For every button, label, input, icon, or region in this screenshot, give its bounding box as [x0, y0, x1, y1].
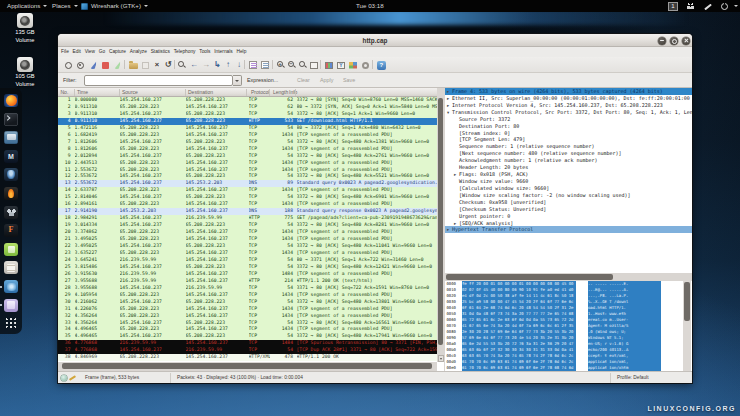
- maximize-button[interactable]: [670, 37, 678, 45]
- hex-row-00e0[interactable]: 00e061 70 70 6c 69 63 61 74 69 6f 6e 2f …: [445, 365, 692, 371]
- capture-filters-button[interactable]: [360, 60, 370, 70]
- menu-go[interactable]: Go: [97, 47, 107, 57]
- show-applications-icon[interactable]: [4, 317, 18, 329]
- packet-row-35[interactable]: 354.496465145.254.160.23765.208.228.223T…: [58, 333, 437, 340]
- detail-line-13[interactable]: Window size value: 9660: [445, 178, 692, 185]
- detail-line-3[interactable]: ▾Transmission Control Protocol, Src Port…: [445, 109, 692, 116]
- menu-capture[interactable]: Capture: [107, 47, 128, 57]
- detail-line-8[interactable]: Sequence number: 1 (relative sequence nu…: [445, 143, 692, 150]
- packet-list-hscrollbar[interactable]: [58, 362, 437, 371]
- filter-input[interactable]: [84, 75, 233, 87]
- go-forward-button[interactable]: →: [201, 60, 211, 70]
- active-window-menu[interactable]: Wireshark (GTK+): [81, 0, 148, 12]
- coloring-rules-button[interactable]: [324, 60, 334, 70]
- dock-item-terminal[interactable]: [4, 113, 18, 126]
- menu-internals[interactable]: Internals: [212, 47, 234, 57]
- scrollbar-down-stepper[interactable]: [438, 355, 444, 362]
- workspace-indicator[interactable]: 1: [668, 2, 678, 11]
- dock-item-texteditor2[interactable]: [4, 299, 18, 312]
- packet-row-28[interactable]: 283.955688145.254.160.237216.239.59.99TC…: [58, 285, 437, 292]
- menu-help[interactable]: Help: [235, 47, 249, 57]
- packet-row-27[interactable]: 273.955688216.239.59.99145.254.160.237HT…: [58, 278, 437, 285]
- packet-row-30[interactable]: 304.216062145.254.160.23765.208.228.223T…: [58, 299, 437, 306]
- packet-row-16[interactable]: 162.89416165.208.228.223145.254.160.237T…: [58, 201, 437, 208]
- clock[interactable]: Tue 03:18: [356, 0, 384, 12]
- detail-line-14[interactable]: [Calculated window size: 9660]: [445, 185, 692, 192]
- packet-row-21[interactable]: 213.49502565.208.228.223145.254.160.237T…: [58, 236, 437, 243]
- packet-row-31[interactable]: 314.22607665.208.228.223145.254.160.237T…: [58, 306, 437, 313]
- column-separator[interactable]: [246, 89, 247, 96]
- zoom-out-button[interactable]: −: [287, 60, 297, 70]
- packet-row-19[interactable]: 193.014334145.254.160.23765.208.228.223T…: [58, 222, 437, 229]
- capture-options-button[interactable]: [75, 60, 85, 70]
- scrollbar-thumb[interactable]: [684, 282, 690, 321]
- menu-edit[interactable]: Edit: [71, 47, 83, 57]
- detail-line-17[interactable]: [Checksum Status: Unverified]: [445, 206, 692, 213]
- detail-line-9[interactable]: [Next sequence number: 480 (relative seq…: [445, 150, 692, 157]
- packet-row-8[interactable]: 81.81260665.208.228.223145.254.160.237TC…: [58, 146, 437, 153]
- detail-line-19[interactable]: ▸[SEQ/ACK analysis]: [445, 220, 692, 227]
- packet-row-34[interactable]: 344.49646565.208.228.223145.254.160.237T…: [58, 326, 437, 333]
- column-separator[interactable]: [119, 89, 120, 96]
- menu-tools[interactable]: Tools: [197, 47, 212, 57]
- menu-telephony[interactable]: Telephony: [172, 47, 198, 57]
- details-hscrollbar[interactable]: [445, 273, 692, 281]
- save-file-button[interactable]: [140, 60, 150, 70]
- detail-line-5[interactable]: Destination Port: 80: [445, 123, 692, 130]
- column-header-info[interactable]: Info: [289, 89, 297, 95]
- detail-line-12[interactable]: ▸Flags: 0x018 (PSH, ACK): [445, 171, 692, 178]
- power-icon[interactable]: [721, 3, 728, 10]
- list-interfaces-button[interactable]: [63, 60, 73, 70]
- dock-item-notes[interactable]: [4, 261, 18, 274]
- packet-row-10[interactable]: 102.44351365.208.228.223145.254.160.237T…: [58, 160, 437, 167]
- packet-row-11[interactable]: 112.55367265.208.228.223145.254.160.237T…: [58, 167, 437, 174]
- capture-restart-button[interactable]: [112, 60, 122, 70]
- packet-row-29[interactable]: 294.10595465.208.228.223145.254.160.237T…: [58, 292, 437, 299]
- desktop-volume-135[interactable]: 135 GB Volume: [8, 13, 42, 44]
- dock-item-metasploit[interactable]: M: [4, 150, 18, 163]
- packet-row-17[interactable]: 172.914190145.253.2.203145.254.160.237DN…: [58, 208, 437, 215]
- open-file-button[interactable]: [128, 60, 138, 70]
- close-button[interactable]: [682, 37, 690, 45]
- packet-row-23[interactable]: 233.63522765.208.228.223145.254.160.237T…: [58, 250, 437, 257]
- packet-row-4[interactable]: 40.911310145.254.160.23765.208.228.223HT…: [58, 118, 437, 125]
- packet-row-18[interactable]: 182.984291145.254.160.237216.239.59.99HT…: [58, 215, 437, 222]
- column-separator[interactable]: [269, 89, 270, 96]
- desktop-volume-105[interactable]: 105 GB Volume: [8, 57, 42, 88]
- dock-item-text-editor[interactable]: [4, 243, 18, 256]
- column-header-length[interactable]: Length: [273, 89, 288, 95]
- minimize-button[interactable]: [658, 37, 666, 45]
- scrollbar-thumb[interactable]: [446, 274, 613, 280]
- packet-row-1[interactable]: 10.000000145.254.160.23765.208.228.223TC…: [58, 97, 437, 104]
- packet-row-3[interactable]: 30.911310145.254.160.23765.208.228.223TC…: [58, 111, 437, 118]
- go-to-bottom-button[interactable]: ↓: [234, 60, 244, 70]
- dock-item-firefox[interactable]: [4, 94, 18, 107]
- packet-row-15[interactable]: 152.814046145.254.160.23765.208.228.223T…: [58, 194, 437, 201]
- expert-info-icon[interactable]: [61, 375, 67, 381]
- scrollbar-thumb[interactable]: [438, 98, 443, 345]
- display-filter-button[interactable]: [336, 60, 346, 70]
- column-separator[interactable]: [295, 89, 296, 96]
- menu-file[interactable]: File: [59, 47, 71, 57]
- apply-button[interactable]: Apply: [320, 77, 334, 83]
- capture-start-button[interactable]: [88, 60, 98, 70]
- clear-button[interactable]: Clear: [297, 77, 310, 83]
- capture-comment-icon[interactable]: [69, 375, 76, 380]
- detail-line-6[interactable]: [Stream index: 0]: [445, 130, 692, 137]
- dock-item-wireshark[interactable]: [4, 280, 18, 293]
- users-icon[interactable]: [686, 3, 695, 9]
- packet-row-26[interactable]: 263.915630216.239.59.99145.254.160.237TC…: [58, 271, 437, 278]
- detail-line-1[interactable]: ▸Ethernet II, Src: Superlan_00:00:00 (00…: [445, 95, 692, 102]
- packet-row-24[interactable]: 243.645241216.239.59.99145.254.160.237TC…: [58, 257, 437, 264]
- detail-line-11[interactable]: Header Length: 20 bytes: [445, 164, 692, 171]
- find-button[interactable]: [177, 60, 187, 70]
- column-header-source[interactable]: Source: [122, 89, 138, 95]
- go-to-packet-button[interactable]: ↳: [212, 60, 222, 70]
- filter-dropdown-icon[interactable]: [233, 75, 242, 87]
- bytes-vscrollbar[interactable]: [683, 281, 691, 371]
- packet-row-7[interactable]: 71.812606145.254.160.23765.208.228.223TC…: [58, 139, 437, 146]
- column-header-protocol[interactable]: Protocol: [251, 89, 269, 95]
- save-button[interactable]: Save: [343, 77, 355, 83]
- auto-scroll-button[interactable]: [260, 60, 270, 70]
- expression-button[interactable]: Expression...: [247, 77, 278, 83]
